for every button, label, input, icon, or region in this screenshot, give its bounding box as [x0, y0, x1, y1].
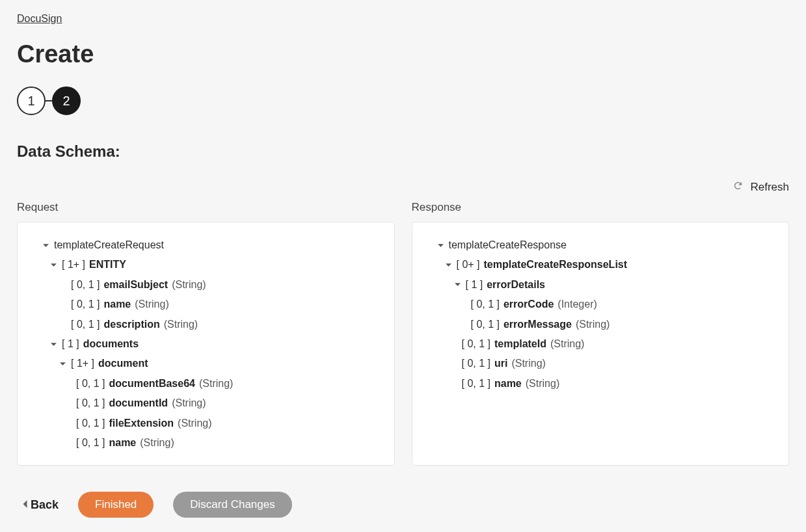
refresh-icon [732, 180, 744, 194]
tree-node-error[interactable]: [ 1 ] errorDetails [427, 275, 775, 295]
tree-node-documents[interactable]: [ 1 ] documents [32, 334, 380, 354]
cardinality: [ 1+ ] [71, 354, 94, 373]
field-type: (String) [526, 374, 559, 393]
cardinality: [ 0, 1 ] [76, 393, 105, 413]
cardinality: [ 0, 1 ] [71, 315, 100, 334]
field-name: fileExtension [109, 414, 174, 433]
field-name: emailSubject [103, 275, 168, 295]
cardinality: [ 0, 1 ] [76, 414, 105, 433]
finished-button[interactable]: Finished [78, 492, 154, 518]
field-type: (String) [199, 374, 233, 393]
cardinality: [ 0, 1 ] [462, 334, 490, 354]
step-connector [46, 100, 52, 101]
request-column: Request templateCreateRequest [ 1+ ] ENT… [17, 201, 395, 466]
tree-field: [ 0, 1 ] emailSubject (String) [32, 275, 380, 295]
field-type: (String) [172, 275, 206, 295]
field-name: templateCreateResponseList [484, 255, 628, 274]
page-title: Create [17, 40, 789, 68]
field-name: errorMessage [504, 315, 572, 334]
tree-field: [ 0, 1 ] fileExtension (String) [32, 414, 380, 433]
cardinality: [ 0, 1 ] [471, 295, 500, 314]
field-name: documents [83, 334, 139, 354]
discard-button[interactable]: Discard Changes [173, 492, 291, 518]
field-name: ENTITY [89, 255, 126, 274]
field-type: (String) [164, 315, 198, 334]
tree-node-list[interactable]: [ 0+ ] templateCreateResponseList [427, 255, 775, 274]
footer-actions: Back Finished Discard Changes [17, 492, 789, 518]
chevron-down-icon [50, 261, 58, 269]
field-name: templateId [494, 334, 546, 354]
request-label: Request [17, 201, 395, 214]
tree-field: [ 0, 1 ] errorMessage (String) [427, 315, 775, 334]
tree-field: [ 0, 1 ] name (String) [427, 374, 775, 393]
tree-root[interactable]: templateCreateRequest [32, 235, 380, 255]
chevron-down-icon [59, 360, 67, 367]
field-name: document [98, 354, 148, 373]
tree-root[interactable]: templateCreateResponse [427, 235, 775, 255]
chevron-down-icon [445, 261, 453, 269]
cardinality: [ 0, 1 ] [462, 354, 490, 373]
tree-field: [ 0, 1 ] name (String) [32, 295, 380, 314]
tree-field: [ 0, 1 ] templateId (String) [427, 334, 775, 354]
response-label: Response [412, 201, 790, 214]
field-type: (String) [178, 414, 211, 433]
tree-field: [ 0, 1 ] documentId (String) [32, 393, 380, 413]
tree-field: [ 0, 1 ] name (String) [32, 433, 380, 453]
refresh-button[interactable]: Refresh [732, 180, 789, 194]
request-panel: templateCreateRequest [ 1+ ] ENTITY [ 0,… [17, 222, 395, 466]
chevron-down-icon [50, 341, 58, 348]
cardinality: [ 0, 1 ] [71, 295, 100, 314]
field-type: (String) [135, 295, 168, 314]
chevron-down-icon [454, 281, 462, 288]
chevron-left-icon [22, 498, 28, 512]
step-1[interactable]: 1 [17, 86, 46, 115]
back-label: Back [31, 498, 59, 512]
cardinality: [ 0, 1 ] [76, 374, 105, 393]
field-type: (String) [172, 393, 206, 413]
field-type: (Integer) [557, 295, 597, 314]
field-type: (String) [550, 334, 584, 354]
field-name: name [494, 374, 522, 393]
cardinality: [ 0, 1 ] [76, 433, 105, 453]
tree-label: templateCreateResponse [449, 235, 567, 255]
field-name: uri [494, 354, 507, 373]
field-name: errorCode [504, 295, 554, 314]
tree-node-document[interactable]: [ 1+ ] document [32, 354, 380, 373]
back-link[interactable]: Back [22, 498, 59, 512]
field-type: (String) [511, 354, 545, 373]
cardinality: [ 1 ] [466, 275, 483, 295]
cardinality: [ 1 ] [62, 334, 79, 354]
cardinality: [ 0, 1 ] [471, 315, 500, 334]
field-name: description [103, 315, 159, 334]
cardinality: [ 0, 1 ] [462, 374, 490, 393]
field-name: documentBase64 [109, 374, 195, 393]
tree-field: [ 0, 1 ] documentBase64 (String) [32, 374, 380, 393]
breadcrumb-link[interactable]: DocuSign [17, 13, 62, 25]
cardinality: [ 1+ ] [62, 255, 85, 274]
response-column: Response templateCreateResponse [ 0+ ] t… [412, 201, 790, 466]
field-name: errorDetails [487, 275, 545, 295]
tree-field: [ 0, 1 ] uri (String) [427, 354, 775, 373]
chevron-down-icon [437, 242, 445, 249]
section-title: Data Schema: [17, 142, 789, 161]
tree-node-entity[interactable]: [ 1+ ] ENTITY [32, 255, 380, 274]
cardinality: [ 0+ ] [457, 255, 480, 274]
refresh-label: Refresh [750, 181, 789, 194]
field-name: name [109, 433, 136, 453]
field-type: (String) [140, 433, 174, 453]
stepper: 1 2 [17, 86, 789, 115]
response-panel: templateCreateResponse [ 0+ ] templateCr… [412, 222, 790, 466]
field-name: documentId [109, 393, 168, 413]
field-name: name [103, 295, 131, 314]
tree-label: templateCreateRequest [54, 235, 164, 255]
chevron-down-icon [42, 242, 50, 249]
field-type: (String) [576, 315, 610, 334]
tree-field: [ 0, 1 ] errorCode (Integer) [427, 295, 775, 314]
cardinality: [ 0, 1 ] [71, 275, 100, 295]
tree-field: [ 0, 1 ] description (String) [32, 315, 380, 334]
step-2[interactable]: 2 [52, 86, 81, 115]
